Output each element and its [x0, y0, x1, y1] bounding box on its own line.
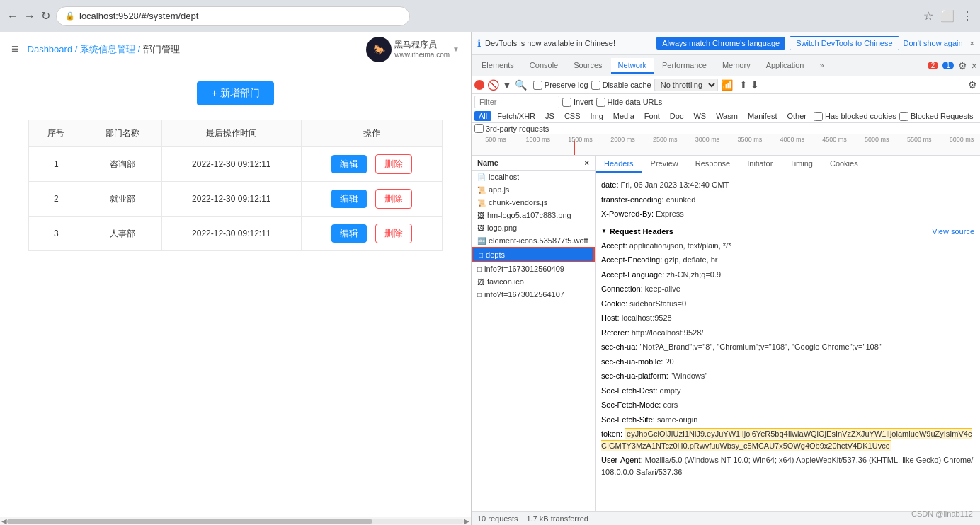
file-list-item[interactable]: 🖼favicon.ico — [472, 275, 595, 288]
file-list-item[interactable]: 📜chunk-vendors.js — [472, 196, 595, 209]
scroll-left-icon[interactable]: ◀ — [1, 517, 7, 525]
file-list-item[interactable]: 📜app.js — [472, 183, 595, 196]
filter-type-doc[interactable]: Doc — [666, 111, 688, 121]
filter-input[interactable] — [474, 96, 559, 108]
search-icon[interactable]: 🔍 — [515, 79, 527, 91]
disable-cache-label[interactable]: Disable cache — [591, 81, 651, 90]
delete-button-2[interactable]: 删除 — [375, 224, 412, 243]
forward-button[interactable]: → — [24, 10, 35, 23]
file-list-item[interactable]: □depts — [472, 247, 595, 262]
filter-type-other[interactable]: Other — [782, 111, 811, 121]
export-icon[interactable]: ⬇ — [751, 79, 759, 91]
switch-chinese-button[interactable]: Switch DevTools to Chinese — [790, 36, 899, 50]
sub-tabs: Headers Preview Response Initiator Timin… — [596, 156, 980, 173]
file-list-item[interactable]: □info?t=1673012564107 — [472, 288, 595, 301]
file-list-item[interactable]: 🖼hm-logo5.a107c883.png — [472, 209, 595, 221]
file-list-item[interactable]: □info?t=1673012560409 — [472, 262, 595, 275]
invert-checkbox[interactable] — [562, 98, 571, 107]
sub-tab-timing[interactable]: Timing — [781, 156, 821, 173]
tab-application[interactable]: Application — [759, 58, 811, 74]
scrollbar-thumb[interactable] — [7, 519, 372, 524]
filter-icon[interactable]: ▼ — [502, 79, 512, 91]
scroll-right-icon[interactable]: ▶ — [464, 517, 469, 525]
menu-icon[interactable]: ⋮ — [962, 9, 973, 23]
filter-type-wasm[interactable]: Wasm — [712, 111, 742, 121]
tab-performance[interactable]: Performance — [655, 58, 714, 74]
filter-type-font[interactable]: Font — [640, 111, 664, 121]
filter-type-js[interactable]: JS — [541, 111, 559, 121]
tab-sources[interactable]: Sources — [566, 58, 609, 74]
filter-type-manifest[interactable]: Manifest — [743, 111, 782, 121]
hamburger-icon[interactable]: ≡ — [11, 42, 19, 57]
file-list-item[interactable]: 📄localhost — [472, 171, 595, 183]
star-icon[interactable]: ☆ — [923, 9, 933, 23]
request-header-row: Sec-Fetch-Mode: cors — [601, 398, 974, 412]
dont-show-button[interactable]: Don't show again — [904, 39, 963, 47]
breadcrumb-home[interactable]: Dashboard — [28, 44, 73, 54]
refresh-button[interactable]: ↻ — [41, 9, 50, 23]
filter-type-all[interactable]: All — [474, 111, 491, 121]
stop-button[interactable]: 🚫 — [487, 79, 499, 91]
file-items-container: 📄localhost📜app.js📜chunk-vendors.js🖼hm-lo… — [472, 171, 595, 301]
filter-type-ws[interactable]: WS — [689, 111, 710, 121]
has-blocked-cookies-label[interactable]: Has blocked cookies — [814, 112, 896, 121]
hide-data-urls-checkbox[interactable] — [596, 98, 605, 107]
filter-type-fetch/xhr[interactable]: Fetch/XHR — [493, 111, 540, 121]
file-list-item[interactable]: 🔤element-icons.535877f5.woff — [472, 234, 595, 247]
third-party-checkbox[interactable] — [474, 124, 484, 133]
has-blocked-cookies-checkbox[interactable] — [814, 112, 823, 121]
filter-type-media[interactable]: Media — [609, 111, 639, 121]
import-icon[interactable]: ⬆ — [739, 79, 748, 91]
blocked-requests-label[interactable]: Blocked Requests — [899, 112, 974, 121]
breadcrumb-level1[interactable]: 系统信息管理 — [80, 44, 135, 54]
notification-text: DevTools is now available in Chinese! — [485, 39, 652, 47]
preserve-log-checkbox[interactable] — [533, 81, 542, 90]
notification-close-icon[interactable]: × — [970, 39, 974, 47]
breadcrumb-sep1: / — [75, 44, 80, 54]
sub-tab-response[interactable]: Response — [687, 156, 739, 173]
third-party-label[interactable]: 3rd-party requests — [474, 124, 549, 133]
view-source-link[interactable]: View source — [932, 227, 974, 236]
edit-button-1[interactable]: 编辑 — [331, 190, 367, 208]
sub-tab-headers[interactable]: Headers — [596, 156, 642, 173]
disable-cache-checkbox[interactable] — [591, 81, 600, 90]
delete-button-0[interactable]: 删除 — [375, 154, 412, 174]
close-panel-icon[interactable]: × — [585, 158, 589, 167]
address-bar[interactable]: 🔒 localhost:9528/#/system/dept — [56, 6, 410, 26]
record-button[interactable] — [474, 80, 484, 90]
invert-label[interactable]: Invert — [562, 98, 593, 107]
throttle-select[interactable]: No throttling — [654, 79, 718, 91]
tab-memory[interactable]: Memory — [715, 58, 758, 74]
blocked-requests-checkbox[interactable] — [899, 112, 908, 121]
devtools-close-icon[interactable]: × — [972, 60, 977, 71]
match-language-button[interactable]: Always match Chrome's language — [656, 37, 785, 50]
header-value: http://localhost:9528/ — [632, 328, 704, 337]
settings-icon[interactable]: ⚙ — [958, 60, 967, 71]
file-list-item[interactable]: 🖼logo.png — [472, 221, 595, 234]
sub-tab-preview[interactable]: Preview — [642, 156, 687, 173]
edit-button-2[interactable]: 编辑 — [331, 224, 367, 243]
sub-tab-initiator[interactable]: Initiator — [739, 156, 781, 173]
delete-button-1[interactable]: 删除 — [375, 189, 412, 209]
filter-type-css[interactable]: CSS — [560, 111, 585, 121]
file-name: chunk-vendors.js — [489, 198, 547, 207]
tab-elements[interactable]: Elements — [474, 58, 521, 74]
sub-tab-cookies[interactable]: Cookies — [821, 156, 867, 173]
add-dept-button[interactable]: + 新增部门 — [197, 81, 273, 105]
horizontal-scrollbar[interactable]: ◀ ▶ — [0, 517, 471, 525]
requests-count: 10 requests — [477, 514, 518, 523]
edit-button-0[interactable]: 编辑 — [331, 155, 367, 173]
filter-type-img[interactable]: Img — [586, 111, 608, 121]
tab-more[interactable]: » — [812, 58, 831, 74]
logo-dropdown-icon[interactable]: ▼ — [452, 45, 460, 53]
header-name: Sec-Fetch-Dest: — [601, 386, 657, 395]
profile-icon[interactable]: ⬜ — [940, 9, 955, 23]
topbar: ≡ Dashboard / 系统信息管理 / 部门管理 🐎 黑马程序员 www.… — [0, 32, 471, 67]
hide-data-urls-label[interactable]: Hide data URLs — [596, 98, 663, 107]
network-settings-icon[interactable]: ⚙ — [968, 79, 977, 91]
back-button[interactable]: ← — [7, 10, 18, 23]
tab-console[interactable]: Console — [523, 58, 565, 74]
preserve-log-label[interactable]: Preserve log — [533, 81, 588, 90]
tab-network[interactable]: Network — [611, 58, 654, 74]
header-name: Cookie: — [601, 299, 627, 308]
